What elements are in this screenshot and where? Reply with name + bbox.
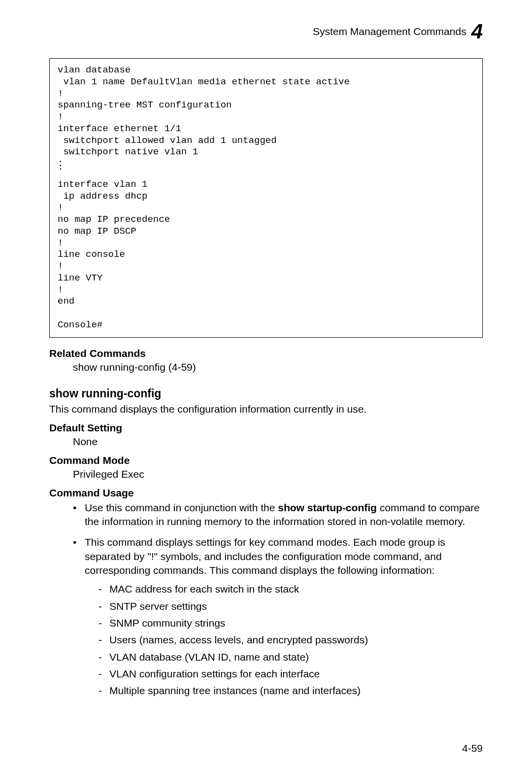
code-line: switchport native vlan 1: [58, 146, 198, 157]
code-line: interface ethernet 1/1: [58, 123, 181, 134]
code-line: !: [58, 111, 63, 122]
code-line: line console: [58, 249, 125, 260]
code-line: interface vlan 1: [58, 179, 147, 190]
code-line: vlan database: [58, 65, 131, 75]
sub-item: Users (names, access levels, and encrypt…: [99, 633, 483, 647]
code-line: !: [58, 202, 63, 213]
usage-item: This command displays settings for key c…: [73, 535, 483, 698]
usage-text: This command displays settings for key c…: [85, 536, 445, 576]
sub-item: SNMP community strings: [99, 616, 483, 630]
sub-item: VLAN database (VLAN ID, name and state): [99, 650, 483, 664]
sub-item: Multiple spanning tree instances (name a…: [99, 684, 483, 698]
command-title: show running-config: [49, 387, 483, 400]
vertical-ellipsis: . . .: [58, 158, 474, 167]
related-commands-body: show running-config (4-59): [49, 361, 483, 373]
code-line: no map IP precedence: [58, 214, 170, 225]
usage-text: Use this command in conjunction with the: [85, 502, 278, 513]
sub-item: VLAN configuration settings for each int…: [99, 667, 483, 681]
usage-sublist: MAC address for each switch in the stack…: [85, 582, 483, 698]
command-mode-text: Privileged Exec: [49, 468, 483, 480]
code-line: vlan 1 name DefaultVlan media ethernet s…: [58, 76, 350, 87]
chapter-number: 4: [471, 20, 483, 43]
page-number: 4-59: [462, 742, 483, 754]
related-commands-heading: Related Commands: [49, 348, 483, 359]
command-usage-list: Use this command in conjunction with the…: [49, 501, 483, 698]
default-setting-text: None: [49, 436, 483, 448]
code-line: Console#: [58, 319, 102, 330]
bold-command: show startup-config: [278, 502, 377, 513]
code-line: spanning-tree MST configuration: [58, 100, 232, 110]
code-line: switchport allowed vlan add 1 untagged: [58, 135, 277, 146]
command-usage-heading: Command Usage: [49, 487, 483, 499]
page-header: System Management Commands 4: [49, 20, 483, 43]
code-line: end: [58, 296, 74, 307]
code-line: no map IP DSCP: [58, 226, 136, 237]
usage-item: Use this command in conjunction with the…: [73, 501, 483, 529]
code-line: ip address dhcp: [58, 191, 147, 202]
command-description: This command displays the configuration …: [49, 403, 483, 415]
code-line: !: [58, 88, 63, 99]
code-line: line VTY: [58, 273, 102, 283]
default-setting-heading: Default Setting: [49, 422, 483, 434]
code-line: !: [58, 284, 63, 295]
sub-item: MAC address for each switch in the stack: [99, 582, 483, 596]
header-title: System Management Commands: [313, 26, 466, 37]
code-line: !: [58, 261, 63, 272]
command-mode-heading: Command Mode: [49, 455, 483, 466]
sub-item: SNTP server settings: [99, 599, 483, 613]
code-block: vlan database vlan 1 name DefaultVlan me…: [49, 58, 483, 338]
code-line: !: [58, 238, 63, 248]
